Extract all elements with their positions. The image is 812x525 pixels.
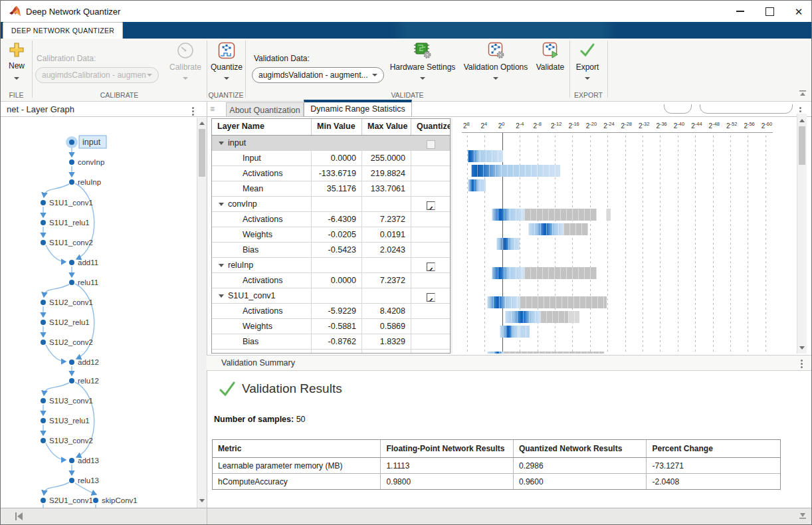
graph-node-S1U3_conv1[interactable] — [41, 398, 46, 403]
layer-stat-row[interactable]: Activations0.00007.2372 — [212, 273, 450, 288]
hist-toolbar-button-partial[interactable] — [664, 104, 692, 114]
samples-label: Number of samples: — [214, 415, 294, 424]
graph-node-S1U1_relu1[interactable] — [41, 220, 46, 225]
layer-group-row[interactable]: convInp✓ — [212, 197, 450, 212]
layer-group-row[interactable]: S1U1_relu1✓ — [212, 350, 450, 354]
axis-tick-label: 2-20 — [586, 121, 597, 130]
ribbon-tab-deep-network-quantizer[interactable]: DEEP NETWORK QUANTIZER — [3, 22, 123, 39]
tab-about-quantization[interactable]: About Quantization — [226, 102, 304, 117]
layer-name: S1U1_relu1 — [228, 352, 272, 354]
graph-node-relu11[interactable] — [69, 280, 74, 285]
layer-graph-canvas[interactable]: inputconvInpreluInpS1U1_conv1S1U1_relu1S… — [1, 118, 197, 508]
layer-stat-row[interactable]: Activations-6.43097.2372 — [212, 212, 450, 227]
validate-button-label: Validate — [534, 62, 567, 72]
validation-options-button[interactable]: Validation Options — [462, 42, 530, 82]
expand-caret-icon[interactable] — [219, 294, 224, 298]
graph-node-add13[interactable] — [69, 458, 74, 463]
validation-dropdown-arrow-icon — [372, 74, 377, 76]
graph-node-skipConv1[interactable] — [93, 498, 98, 503]
expand-caret-icon[interactable] — [219, 142, 224, 145]
graph-node-reluInp[interactable] — [69, 179, 74, 185]
validation-summary-menu-icon[interactable] — [797, 358, 805, 369]
graph-node-S2U1_conv1[interactable] — [41, 498, 46, 503]
graph-node-S1U1_conv2[interactable] — [41, 240, 46, 245]
graph-node-S1U2_conv2[interactable] — [41, 340, 46, 345]
layer-stat-row[interactable]: Weights-0.02050.0191 — [212, 227, 450, 243]
graph-node-relu13[interactable] — [69, 478, 74, 483]
min-value: -0.8762 — [312, 334, 362, 349]
scroll-down-icon[interactable] — [199, 499, 205, 502]
stat-name: Activations — [212, 304, 312, 318]
graph-node-relu12[interactable] — [69, 378, 74, 383]
layer-graph-menu-icon[interactable] — [189, 106, 197, 117]
toolbar-separator — [245, 41, 246, 98]
dynamic-range-histogram[interactable]: 2824202-42-82-122-162-202-242-282-322-36… — [453, 118, 795, 354]
scroll-down-icon[interactable] — [799, 346, 805, 350]
layer-group-row[interactable]: input — [212, 136, 450, 151]
col-header-min-value[interactable]: Min Value — [312, 119, 362, 135]
scrollbar-thumb[interactable] — [799, 126, 805, 165]
graph-node-add11[interactable] — [69, 260, 74, 265]
stat-name: Input — [212, 151, 312, 165]
hist-toolbar-button-partial[interactable] — [700, 104, 793, 114]
col-header-max-value[interactable]: Max Value — [362, 119, 411, 135]
layer-graph-vertical-scrollbar[interactable] — [197, 118, 207, 508]
calibration-data-dropdown[interactable]: augimdsCalibration - augmen... — [35, 67, 159, 83]
layer-stat-row[interactable]: Input0.0000255.0000 — [212, 151, 450, 166]
scrollbar-thumb[interactable] — [199, 129, 205, 177]
minimize-button[interactable] — [730, 5, 750, 18]
calibrate-button-label: Calibrate — [165, 62, 205, 72]
graph-node-label: S1U3_conv2 — [49, 437, 93, 445]
validation-data-dropdown[interactable]: augimdsValidation - augment... — [252, 67, 384, 83]
hist-bar-gray — [524, 267, 597, 279]
graph-node-convInp[interactable] — [69, 159, 74, 165]
calibrate-button[interactable]: Calibrate — [165, 42, 205, 82]
col-header-layer-name[interactable]: Layer Name — [212, 119, 312, 135]
quantize-checkbox[interactable]: ✓ — [427, 262, 435, 271]
validation-summary-bar[interactable]: Validation Summary — [207, 355, 812, 371]
hardware-settings-button[interactable]: Hardware Settings — [389, 42, 456, 82]
quantize-button[interactable]: Quantize — [208, 42, 245, 82]
min-value: 0.0000 — [312, 273, 362, 288]
metric-name: Learnable parameter memory (MB) — [213, 458, 381, 473]
layer-group-row[interactable]: S1U1_conv1✓ — [212, 288, 450, 304]
close-button[interactable]: ✕ — [789, 5, 809, 18]
quantize-checkbox[interactable] — [427, 140, 435, 149]
graph-node-S1U2_conv1[interactable] — [41, 300, 46, 305]
scroll-up-icon[interactable] — [199, 122, 205, 125]
layer-stat-row[interactable]: Activations-5.92298.4208 — [212, 304, 450, 319]
layer-stat-row[interactable]: Mean35.1176133.7061 — [212, 181, 450, 197]
col-header-quantize[interactable]: Quantize — [411, 119, 450, 135]
calibration-data-label: Calibration Data: — [37, 54, 96, 63]
collapse-ribbon-icon[interactable] — [798, 90, 807, 98]
layer-name: convInp — [228, 199, 257, 209]
graph-node-S1U1_conv1[interactable] — [41, 200, 46, 205]
export-button[interactable]: Export — [571, 42, 604, 82]
expand-caret-icon[interactable] — [219, 264, 224, 267]
collapse-bottom-icon[interactable] — [798, 511, 807, 520]
new-button[interactable]: New — [3, 42, 30, 82]
histogram-vertical-scrollbar[interactable] — [797, 114, 807, 354]
validate-button[interactable]: Validate — [534, 42, 567, 72]
graph-node-S1U3_relu1[interactable] — [41, 418, 46, 423]
graph-node-S1U2_relu1[interactable] — [41, 320, 46, 325]
histogram-gridline — [765, 136, 766, 354]
graph-node-add12[interactable] — [69, 360, 74, 365]
quantize-checkbox[interactable]: ✓ — [427, 293, 435, 302]
tab-dynamic-range-statistics[interactable]: Dynamic Range Statistics — [304, 100, 412, 117]
layer-stat-row[interactable]: Activations-133.6719219.8824 — [212, 166, 450, 181]
layer-stat-row[interactable]: Bias-0.54232.0243 — [212, 243, 450, 258]
maximize-button[interactable] — [760, 5, 779, 18]
graph-node-label: add13 — [78, 457, 99, 465]
layer-group-row[interactable]: reluInp✓ — [212, 258, 450, 273]
expand-caret-icon[interactable] — [219, 203, 224, 206]
stat-name: Bias — [212, 243, 312, 257]
collapse-left-icon[interactable] — [14, 512, 25, 521]
graph-node-S1U3_conv2[interactable] — [41, 438, 46, 443]
layer-stat-row[interactable]: Bias-0.87621.8329 — [212, 334, 450, 350]
scroll-up-icon[interactable] — [799, 119, 805, 122]
graph-node-input[interactable] — [69, 140, 74, 145]
tabbar-grip-icon[interactable]: ≡ — [210, 104, 215, 114]
quantize-checkbox[interactable]: ✓ — [427, 201, 435, 210]
layer-stat-row[interactable]: Weights-0.58810.5869 — [212, 319, 450, 334]
